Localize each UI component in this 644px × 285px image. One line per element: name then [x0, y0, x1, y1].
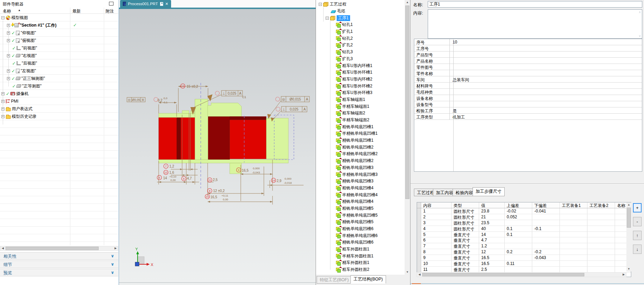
table-cell[interactable]: 8 — [421, 249, 452, 255]
steps-table-vscrollbar[interactable]: ▲▼ — [626, 202, 631, 272]
column-note[interactable]: 附注 — [106, 8, 114, 14]
scroll-right-icon[interactable]: ▶ — [113, 246, 118, 250]
process-node-精铣单纯底凹槽6[interactable]: 精铣单纯底凹槽6 — [316, 239, 405, 246]
process-node-工艺过程[interactable]: −工艺过程 — [316, 1, 405, 8]
table-cell[interactable]: 1.2 — [479, 243, 505, 249]
table-cell[interactable] — [505, 255, 532, 260]
table-cell[interactable]: 垂直尺寸 — [452, 255, 479, 260]
table-cell[interactable]: 23.5 — [479, 220, 505, 226]
table-row[interactable]: 2圆柱形尺寸210.052 — [417, 214, 631, 220]
operation-content-textarea[interactable]: ∧ ∨ — [428, 9, 642, 39]
table-cell[interactable]: 16.5 — [479, 261, 505, 266]
table-cell[interactable] — [587, 243, 615, 249]
column-header-下偏差[interactable]: 下偏差 — [532, 202, 560, 208]
process-node-精铣单纯底凹槽5[interactable]: 精铣单纯底凹槽5 — [316, 219, 405, 226]
process-node-工序1[interactable]: −工序1 — [316, 15, 405, 21]
expand-icon[interactable]: + — [1, 100, 4, 103]
scroll-down-icon[interactable]: ▼ — [626, 267, 631, 272]
property-value[interactable] — [450, 64, 642, 70]
remove-row-button[interactable]: - — [633, 217, 642, 226]
process-node-钻孔3[interactable]: 钻孔3 — [316, 49, 405, 56]
table-cell[interactable]: 10 — [421, 261, 452, 266]
process-node-半精车外圆柱面1[interactable]: 半精车外圆柱面1 — [316, 253, 405, 259]
table-cell[interactable] — [587, 261, 615, 266]
navigator-hscrollbar[interactable]: ◀ ▶ — [0, 246, 118, 251]
scroll-down-icon[interactable]: ∨ — [638, 34, 641, 38]
section-preview[interactable]: 预览 ∨ — [0, 269, 118, 276]
add-row-button[interactable]: + — [633, 203, 642, 212]
table-cell[interactable] — [587, 255, 615, 260]
property-value[interactable]: 机加工 — [450, 114, 642, 120]
table-cell[interactable] — [587, 208, 615, 214]
table-cell[interactable]: 2 — [421, 214, 452, 220]
table-row[interactable]: 5垂直尺寸140.1 — [417, 232, 631, 238]
process-node-粗车U形内环槽2[interactable]: 粗车U形内环槽2 — [316, 76, 405, 83]
move-up-row-button[interactable]: ↑ — [633, 231, 642, 240]
table-cell[interactable]: 0.1 — [505, 226, 532, 231]
process-node-半精铣单纯底凹槽2[interactable]: 半精铣单纯底凹槽2 — [316, 151, 405, 158]
process-node-半精铣单纯底凹槽3[interactable]: 半精铣单纯底凹槽3 — [316, 171, 405, 178]
process-node-粗铣单纯底凹槽3[interactable]: 粗铣单纯底凹槽3 — [316, 164, 405, 171]
column-latest[interactable]: 最新 — [72, 8, 81, 14]
table-row[interactable]: 9垂直尺寸16.5-0.043 — [417, 255, 631, 261]
process-node-半精车轴端面2[interactable]: 半精车轴端面2 — [316, 117, 405, 124]
drawing-canvas[interactable]: ◎ Ø0,05 B ⊥ 0,025 A ◎ Ø0,015 A ⊥ 0,025 A — [119, 8, 316, 285]
scroll-up-icon[interactable]: ▲ — [405, 0, 410, 5]
table-row[interactable]: 6垂直尺寸4.7 — [417, 237, 631, 243]
expand-icon[interactable]: + — [1, 115, 4, 118]
table-cell[interactable] — [587, 232, 615, 237]
steps-table-hscrollbar[interactable]: ◀ ▶ — [417, 272, 626, 277]
table-cell[interactable] — [587, 220, 615, 226]
orientation-triad[interactable]: Y X — [135, 247, 153, 267]
row-gutter[interactable] — [417, 208, 421, 214]
tree-item-俯视图[interactable]: +✓"俯视图" — [0, 37, 118, 44]
table-cell[interactable] — [532, 232, 560, 237]
table-cell[interactable]: 12 — [479, 249, 505, 255]
tab-加工步骤尺寸[interactable]: 加工步骤尺寸 — [473, 187, 505, 196]
scroll-left-icon[interactable]: ◀ — [0, 246, 5, 250]
table-cell[interactable]: 垂直尺寸 — [452, 267, 479, 272]
table-cell[interactable]: 垂直尺寸 — [452, 232, 479, 237]
table-cell[interactable] — [560, 214, 587, 220]
operation-name-input[interactable] — [428, 1, 642, 8]
scroll-thumb[interactable] — [6, 247, 99, 250]
table-cell[interactable]: -0.1 — [532, 226, 560, 231]
table-cell[interactable]: 16.5 — [479, 255, 505, 260]
chevron-down-icon[interactable]: ∨ — [111, 270, 114, 275]
table-cell[interactable]: 0.11 — [505, 261, 532, 266]
expand-icon[interactable]: + — [7, 24, 10, 27]
table-cell[interactable] — [560, 267, 587, 272]
table-cell[interactable]: 6 — [421, 237, 452, 243]
column-header-内容[interactable]: 内容 — [421, 202, 452, 208]
expand-icon[interactable]: + — [1, 92, 4, 95]
part-file-tab[interactable]: Process001.PRT ✕ — [120, 0, 171, 8]
property-value[interactable] — [450, 89, 642, 95]
table-cell[interactable]: 5 — [421, 232, 452, 237]
tree-item-Section#1工作[interactable]: +✓"Section #1" (工作)✓ — [0, 21, 118, 29]
move-down-row-button[interactable]: ↓ — [633, 245, 642, 254]
process-node-粗铣单纯底凹槽6[interactable]: 粗铣单纯底凹槽6 — [316, 226, 405, 232]
scroll-thumb[interactable] — [627, 208, 631, 228]
table-cell[interactable]: 11 — [421, 267, 452, 272]
section-dependencies[interactable]: 相关性 ∨ — [0, 252, 118, 260]
table-row[interactable]: 7垂直尺寸1.2 — [417, 243, 631, 249]
table-cell[interactable]: -0.041 — [532, 208, 560, 214]
table-cell[interactable] — [587, 237, 615, 243]
process-node-半精铣单纯底凹槽5[interactable]: 半精铣单纯底凹槽5 — [316, 212, 405, 219]
table-row[interactable]: 3圆柱形尺寸23.5 — [417, 220, 631, 226]
close-tab-icon[interactable]: ✕ — [165, 2, 168, 6]
scroll-right-icon[interactable]: ▶ — [621, 273, 626, 277]
table-cell[interactable]: 4.7 — [479, 237, 505, 243]
process-node-半精铣单纯底凹槽6[interactable]: 半精铣单纯底凹槽6 — [316, 232, 405, 239]
table-cell[interactable]: 0.2 — [505, 249, 532, 255]
table-cell[interactable] — [505, 267, 532, 272]
process-node-粗车U形内环槽1[interactable]: 粗车U形内环槽1 — [316, 62, 405, 69]
process-node-半精车轴端面1[interactable]: 半精车轴端面1 — [316, 103, 405, 110]
property-value[interactable] — [450, 51, 642, 57]
property-value[interactable]: 是 — [450, 107, 642, 113]
process-node-精车外圆柱面1[interactable]: 精车外圆柱面1 — [316, 259, 405, 266]
process-node-精铣单纯底凹槽4[interactable]: 精铣单纯底凹槽4 — [316, 198, 405, 205]
scroll-up-icon[interactable]: ▲ — [626, 202, 631, 207]
table-cell[interactable]: 圆柱形尺寸 — [452, 208, 479, 214]
column-header-工艺装备1[interactable]: 工艺装备1 — [560, 202, 587, 208]
